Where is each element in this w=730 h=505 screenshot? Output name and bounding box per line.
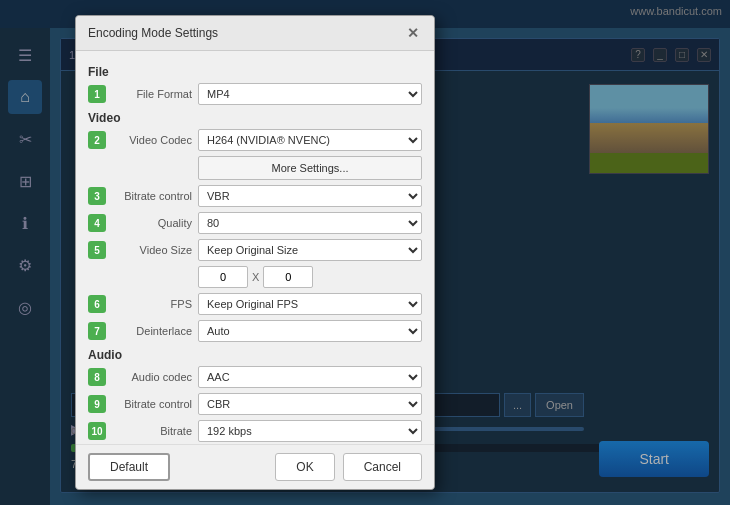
dialog-title-text: Encoding Mode Settings (88, 26, 218, 40)
badge-8: 8 (88, 368, 106, 386)
file-format-row: 1 File Format MP4 MKV AVI (88, 83, 422, 105)
video-size-select[interactable]: Keep Original Size Custom (198, 239, 422, 261)
video-size-values-row: X (88, 266, 422, 288)
fps-row: 6 FPS Keep Original FPS 24 30 60 (88, 293, 422, 315)
dialog-close-button[interactable]: ✕ (404, 24, 422, 42)
badge-7: 7 (88, 322, 106, 340)
deinterlace-row: 7 Deinterlace Auto On Off (88, 320, 422, 342)
video-size-label: Video Size (112, 244, 192, 256)
audio-section-label: Audio (88, 348, 422, 362)
dialog-footer: Default OK Cancel (76, 444, 434, 489)
audio-codec-label: Audio codec (112, 371, 192, 383)
audio-bitrate-control-label: Bitrate control (112, 398, 192, 410)
badge-9: 9 (88, 395, 106, 413)
dialog-body: File 1 File Format MP4 MKV AVI Video 2 V… (76, 51, 434, 444)
video-size-row: 5 Video Size Keep Original Size Custom (88, 239, 422, 261)
bitrate-control-select[interactable]: VBR CBR (198, 185, 422, 207)
fps-select[interactable]: Keep Original FPS 24 30 60 (198, 293, 422, 315)
bitrate-control-label: Bitrate control (112, 190, 192, 202)
dialog-title-bar: Encoding Mode Settings ✕ (76, 16, 434, 51)
x-separator: X (252, 271, 259, 283)
audio-bitrate-row: 10 Bitrate 192 kbps 128 kbps 256 kbps (88, 420, 422, 442)
video-width-input[interactable] (198, 266, 248, 288)
default-button[interactable]: Default (88, 453, 170, 481)
badge-6: 6 (88, 295, 106, 313)
more-settings-row: More Settings... (88, 156, 422, 180)
more-settings-button[interactable]: More Settings... (198, 156, 422, 180)
file-section-label: File (88, 65, 422, 79)
audio-bitrate-label: Bitrate (112, 425, 192, 437)
badge-1: 1 (88, 85, 106, 103)
audio-bitrate-control-row: 9 Bitrate control CBR VBR (88, 393, 422, 415)
file-format-label: File Format (112, 88, 192, 100)
video-codec-select[interactable]: H264 (NVIDIA® NVENC) H264 H265 (198, 129, 422, 151)
file-format-select[interactable]: MP4 MKV AVI (198, 83, 422, 105)
cancel-dialog-button[interactable]: Cancel (343, 453, 422, 481)
video-height-input[interactable] (263, 266, 313, 288)
audio-codec-select[interactable]: AAC MP3 OGG (198, 366, 422, 388)
audio-bitrate-control-select[interactable]: CBR VBR (198, 393, 422, 415)
badge-3: 3 (88, 187, 106, 205)
video-codec-row: 2 Video Codec H264 (NVIDIA® NVENC) H264 … (88, 129, 422, 151)
deinterlace-label: Deinterlace (112, 325, 192, 337)
ok-button[interactable]: OK (275, 453, 334, 481)
video-size-inputs: X (198, 266, 313, 288)
audio-codec-row: 8 Audio codec AAC MP3 OGG (88, 366, 422, 388)
footer-right-buttons: OK Cancel (275, 453, 422, 481)
badge-5: 5 (88, 241, 106, 259)
deinterlace-select[interactable]: Auto On Off (198, 320, 422, 342)
video-codec-label: Video Codec (112, 134, 192, 146)
bitrate-control-row: 3 Bitrate control VBR CBR (88, 185, 422, 207)
badge-2: 2 (88, 131, 106, 149)
audio-bitrate-select[interactable]: 192 kbps 128 kbps 256 kbps (198, 420, 422, 442)
quality-select[interactable]: 80 60 100 (198, 212, 422, 234)
video-section-label: Video (88, 111, 422, 125)
quality-row: 4 Quality 80 60 100 (88, 212, 422, 234)
badge-4: 4 (88, 214, 106, 232)
badge-10: 10 (88, 422, 106, 440)
fps-label: FPS (112, 298, 192, 310)
quality-label: Quality (112, 217, 192, 229)
encoding-mode-dialog: Encoding Mode Settings ✕ File 1 File For… (75, 15, 435, 490)
